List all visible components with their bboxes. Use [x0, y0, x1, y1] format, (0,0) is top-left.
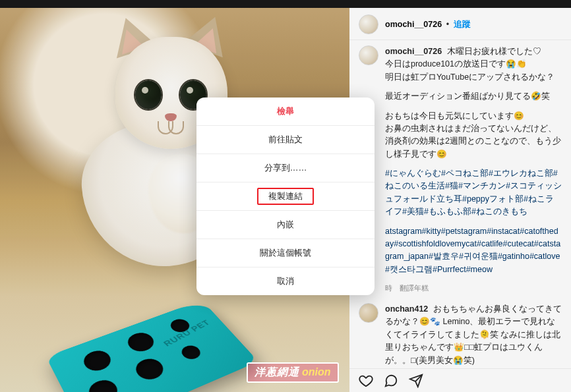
copy-link-item[interactable]: 複製連結: [196, 182, 375, 211]
post-info-panel: omochi__0726 • 追蹤 omochi__0726 木曜日お疲れ様でし…: [349, 8, 571, 392]
embed-item[interactable]: 內嵌: [196, 211, 375, 239]
cancel-item[interactable]: 取消: [196, 267, 375, 295]
post-author-username[interactable]: omochi__0726: [385, 47, 442, 56]
avatar[interactable]: [359, 303, 378, 323]
comment-icon[interactable]: [384, 374, 398, 388]
share-icon[interactable]: [409, 374, 423, 388]
caption-text: 今日はproduce101の放送日です😭👏: [385, 59, 527, 69]
share-to-item[interactable]: 分享到……: [196, 154, 375, 182]
caption-text: 木曜日お疲れ様でした♡: [447, 47, 541, 56]
caption-text: 消炎剤の効果は2週間とのことなので、もう少し様子見です😊: [385, 136, 561, 158]
like-icon[interactable]: [359, 374, 373, 388]
comment-username[interactable]: onchan412: [385, 304, 428, 314]
goto-post-item[interactable]: 前往貼文: [196, 126, 375, 154]
post-header: omochi__0726 • 追蹤: [349, 8, 571, 40]
post-time: 時: [385, 284, 392, 292]
post-action-bar: [349, 368, 571, 392]
post-author-username[interactable]: omochi__0726: [385, 20, 442, 29]
copy-link-label: 複製連結: [268, 191, 303, 201]
avatar[interactable]: [359, 45, 378, 65]
post-options-dialog: 檢舉 前往貼文 分享到…… 複製連結 內嵌 關於這個帳號 取消: [196, 98, 375, 295]
translate-link[interactable]: 翻譯年糕: [400, 284, 429, 292]
follow-link[interactable]: 追蹤: [454, 20, 471, 29]
caption-text: おもちは今日も元気にしています😊: [385, 111, 524, 121]
watermark-badge: 洋蔥網通 onion: [247, 362, 339, 383]
caption-text: 明日は虹プロYouTubeにアップされるかな？: [385, 72, 555, 82]
caption-text: お鼻の虫刺されはまだ治ってないんだけど、: [385, 124, 556, 133]
avatar[interactable]: [359, 14, 378, 34]
report-item[interactable]: 檢舉: [196, 98, 375, 126]
caption-hashtags[interactable]: #にゃんぐらむ#ペコねこ部#エウレカねこ部#ねこのいる生活#猫#マンチカン#スコ…: [385, 167, 562, 219]
caption-hashtags[interactable]: atstagram#kitty#petstagram#instacat#cato…: [385, 225, 562, 277]
separator-dot: •: [446, 20, 449, 29]
caption-text: 最近オーディション番組ばかり見てる🤣笑: [385, 90, 562, 103]
post-caption: omochi__0726 木曜日お疲れ様でした♡ 今日はproduce101の放…: [359, 45, 562, 294]
window-top-bar: [0, 0, 571, 8]
about-account-item[interactable]: 關於這個帳號: [196, 239, 375, 267]
